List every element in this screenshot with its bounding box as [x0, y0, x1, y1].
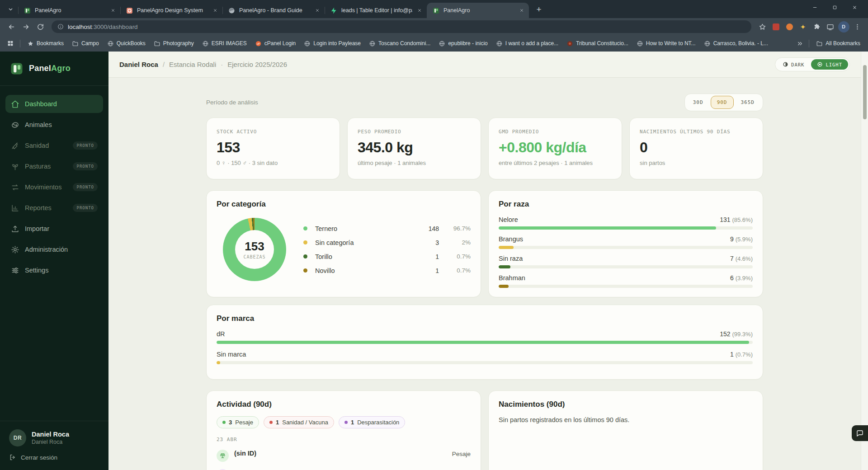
globe-icon: [496, 40, 503, 47]
site-info-icon[interactable]: [57, 24, 64, 30]
sidebar-item[interactable]: Animales: [5, 116, 103, 134]
activity-list: (sin ID) Pesaje (sin ID): [217, 446, 471, 470]
design-favicon: [126, 7, 133, 14]
tab-search-button[interactable]: [5, 3, 16, 15]
pronto-badge: PRONTO: [73, 204, 98, 212]
browser-tab[interactable]: PanelAgro Design System: [120, 3, 222, 18]
extension-sparkle-button[interactable]: ✦: [797, 20, 809, 33]
legend-count: 1: [415, 253, 439, 260]
tab-close-icon[interactable]: [314, 7, 321, 14]
folder-icon: [154, 40, 160, 47]
activity-row[interactable]: (sin ID) Pesaje: [217, 446, 471, 465]
raza-label: Sin raza: [499, 255, 523, 262]
new-tab-button[interactable]: +: [533, 3, 545, 16]
all-bookmarks-button[interactable]: All Bookmarks: [813, 38, 863, 49]
bookmark-item[interactable]: I want o add a place...: [493, 38, 561, 49]
bookmark-item[interactable]: ESRI IMAGES: [199, 38, 250, 49]
bookmark-item[interactable]: Bookmarks: [24, 38, 67, 49]
bookmark-label: Carrasco, Bolivia. - L...: [713, 40, 768, 47]
bookmark-item[interactable]: epublibre - inicio: [435, 38, 491, 49]
browser-tab[interactable]: PanelAgro: [18, 3, 120, 18]
page-scrollbar[interactable]: [861, 52, 868, 470]
bookmark-star-button[interactable]: [756, 20, 769, 33]
sidebar-item[interactable]: Dashboard: [5, 95, 103, 113]
browser-tab[interactable]: leads | Table Editor | info@pane: [325, 3, 427, 18]
address-bar[interactable]: localhost:3000/dashboard: [52, 20, 751, 33]
logout-button[interactable]: Cerrar sesión: [9, 454, 99, 461]
svg-text:cP: cP: [257, 42, 260, 45]
window-close-button[interactable]: [844, 0, 864, 14]
browser-tab[interactable]: PanelAgro: [427, 3, 529, 18]
forward-icon: [22, 23, 30, 31]
window-close-icon: [852, 5, 857, 10]
extension-adblock-button[interactable]: [769, 20, 782, 33]
extensions-menu-button[interactable]: [810, 20, 823, 33]
bookmark-item[interactable]: Login into Paylease: [301, 38, 364, 49]
theme-light-button[interactable]: LIGHT: [811, 59, 848, 70]
activity-chip[interactable]: 3 Pesaje: [217, 416, 259, 428]
bookmark-item[interactable]: Carrasco, Bolivia. - L...: [701, 38, 771, 49]
bookmark-item[interactable]: Toscano Condomini...: [366, 38, 434, 49]
tab-close-icon[interactable]: [212, 7, 219, 14]
theme-dark-button[interactable]: DARK: [777, 59, 810, 70]
period-option[interactable]: 30D: [687, 96, 710, 109]
tab-close-icon[interactable]: [416, 7, 423, 14]
bookmark-item[interactable]: How to Write to NT...: [633, 38, 699, 49]
tab-close-icon[interactable]: [518, 7, 525, 14]
sidebar-item[interactable]: Reportes PRONTO: [5, 199, 103, 217]
stat-label: NACIMIENTOS ÚLTIMOS 90 DÍAS: [640, 129, 753, 135]
reload-button[interactable]: [33, 20, 47, 33]
legend-percent: 0.7%: [443, 253, 471, 260]
bookmark-label: Tribunal Constitucio...: [576, 40, 628, 47]
sidebar-item[interactable]: Settings: [5, 261, 103, 279]
sidebar-item[interactable]: Administración: [5, 240, 103, 258]
legend-label: Torillo: [315, 253, 411, 260]
browser-tab[interactable]: PanelAgro - Brand Guide: [222, 3, 325, 18]
cast-button[interactable]: [824, 20, 836, 33]
chat-widget-button[interactable]: [852, 425, 868, 441]
user-subtitle: Daniel Roca: [32, 439, 69, 445]
puzzle-icon: [813, 23, 821, 31]
bookmark-item[interactable]: Photography: [151, 38, 197, 49]
sidebar-item[interactable]: Pasturas PRONTO: [5, 157, 103, 175]
orange-extension-icon: [786, 24, 793, 30]
bookmarks-overflow-button[interactable]: [794, 38, 805, 49]
activity-chip[interactable]: 1 Sanidad / Vacuna: [264, 416, 334, 428]
browser-menu-button[interactable]: [851, 20, 863, 33]
sidebar-item[interactable]: Sanidad PRONTO: [5, 136, 103, 155]
bookmark-item[interactable]: Campo: [69, 38, 102, 49]
bar-track: [217, 361, 753, 364]
extension-orange-button[interactable]: [783, 20, 796, 33]
activity-row[interactable]: (sin ID) Ivermectina Desparasitación: [217, 465, 471, 470]
back-icon: [8, 23, 15, 31]
breadcrumb-user[interactable]: Daniel Roca: [119, 61, 158, 68]
chart-icon: [11, 204, 19, 212]
bookmark-label: ESRI IMAGES: [212, 40, 247, 47]
back-button[interactable]: [5, 20, 18, 33]
donut-label: CABEZAS: [243, 254, 265, 259]
apps-grid-icon: [7, 40, 14, 47]
raza-label: Brahman: [499, 274, 525, 282]
bookmark-item[interactable]: Tribunal Constitucio...: [563, 38, 632, 49]
activity-chip[interactable]: 1 Desparasitación: [339, 416, 405, 428]
stat-subtitle: entre últimos 2 pesajes · 1 animales: [499, 160, 612, 166]
all-bookmarks-label: All Bookmarks: [826, 40, 860, 47]
breadcrumb-farm[interactable]: Estancia Rodali: [169, 61, 216, 68]
forward-button[interactable]: [19, 20, 33, 33]
bookmark-item[interactable]: QuickBooks: [104, 38, 149, 49]
nacimientos-title: Nacimientos (90d): [499, 400, 753, 409]
window-minimize-button[interactable]: [805, 0, 825, 14]
sidebar-item[interactable]: Importar: [5, 220, 103, 238]
window-maximize-button[interactable]: [825, 0, 844, 14]
period-option[interactable]: 365D: [735, 96, 761, 109]
period-option[interactable]: 90D: [711, 96, 734, 109]
apps-grid-button[interactable]: [5, 38, 16, 49]
stat-card: PESO PROMEDIO 345.0 kg último pesaje · 1…: [347, 118, 481, 179]
scrollbar-thumb[interactable]: [863, 65, 867, 119]
dot-circle-icon: [817, 61, 823, 67]
tab-close-icon[interactable]: [109, 7, 117, 14]
bookmark-item[interactable]: cP cPanel Login: [252, 38, 299, 49]
profile-button[interactable]: D: [837, 20, 850, 33]
sidebar-item[interactable]: Movimientos PRONTO: [5, 178, 103, 196]
period-label: Período de análisis: [206, 99, 258, 106]
